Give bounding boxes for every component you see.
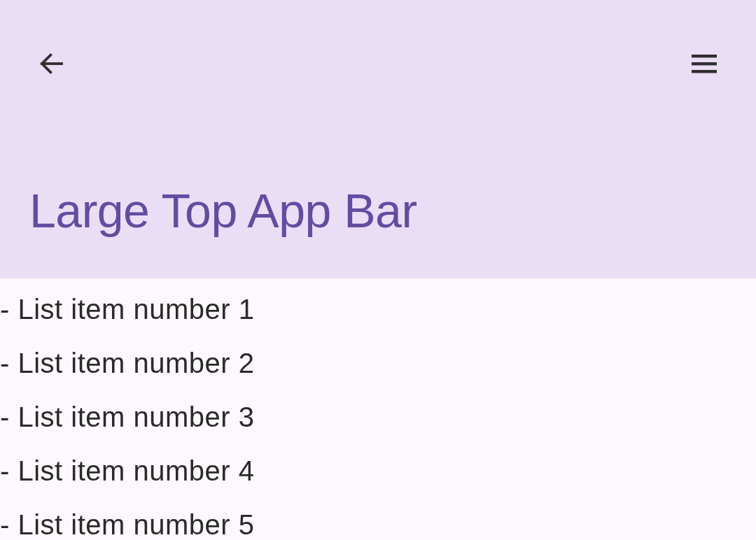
large-top-app-bar: Large Top App Bar — [0, 0, 756, 278]
content-list: - List item number 1 - List item number … — [0, 278, 756, 540]
list-item: - List item number 3 — [0, 390, 756, 444]
list-item: - List item number 1 — [0, 283, 756, 336]
menu-button[interactable] — [687, 48, 721, 82]
app-bar-action-row — [0, 0, 756, 91]
app-bar-title: Large Top App Bar — [0, 183, 756, 278]
list-item: - List item number 5 — [0, 498, 756, 540]
svg-rect-1 — [692, 55, 717, 57]
back-button[interactable] — [35, 48, 69, 82]
hamburger-menu-icon — [687, 47, 721, 83]
list-item: - List item number 2 — [0, 336, 756, 390]
svg-rect-3 — [692, 70, 717, 73]
svg-rect-2 — [692, 62, 717, 65]
list-item: - List item number 4 — [0, 444, 756, 498]
arrow-back-icon — [37, 49, 66, 80]
